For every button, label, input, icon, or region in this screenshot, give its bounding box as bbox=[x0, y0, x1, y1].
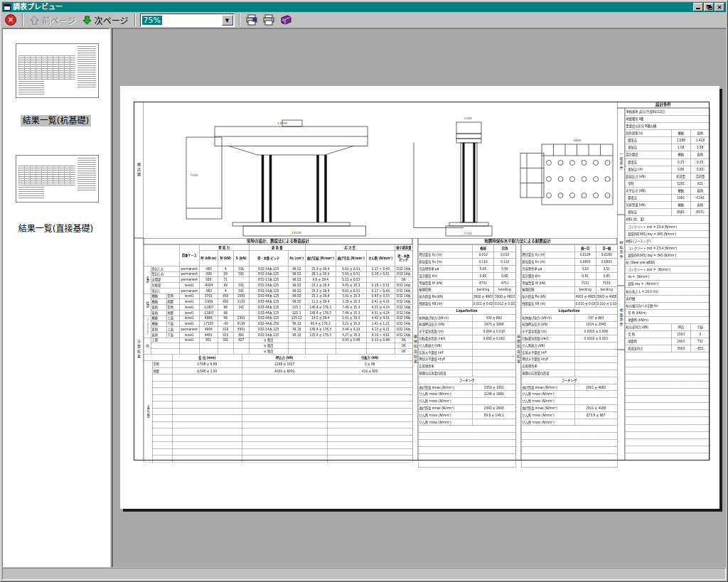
table-cell: 固有周期 (s) bbox=[625, 130, 671, 137]
table-cell: せん断 τmax (N/mm²) bbox=[521, 391, 574, 398]
table-cell: せん断 τmax (N/mm²) bbox=[521, 398, 574, 405]
main-table-title: 常時の設計、震度法による断面設計 bbox=[144, 238, 412, 244]
table-cell: 基礎の応答変位照査 bbox=[521, 370, 574, 377]
table-cell: 曲げ引張 (N/mm²) bbox=[336, 250, 366, 266]
table-cell: 591 bbox=[233, 266, 249, 271]
titlebar: 調表プレビュー × bbox=[2, 2, 726, 12]
sidebar-item-direct-foundation[interactable]: 結果一覧(直接基礎) bbox=[3, 222, 109, 234]
combobox-dropdown-button[interactable]: ▼ bbox=[222, 15, 233, 26]
table-cell: 873.8 ≦ 987 bbox=[574, 411, 617, 419]
table-cell: せん断 τmax (N/mm²) bbox=[418, 398, 472, 405]
table-cell: 49.18 bbox=[288, 327, 305, 333]
table-cell bbox=[172, 429, 242, 436]
table-cell bbox=[144, 354, 172, 361]
dim-label: 7150 bbox=[464, 232, 472, 235]
table-cell: 常 時 (kN/m) bbox=[625, 309, 710, 316]
table-cell bbox=[336, 343, 366, 349]
table-cell bbox=[242, 448, 327, 456]
check-table-title: 地震時保有水平耐力法による耐震設計 bbox=[418, 238, 617, 244]
table-cell: 直角 bbox=[690, 130, 710, 137]
table-cell: 0.41 ≦ 4.21 bbox=[366, 299, 395, 305]
table-cell: 橋軸 bbox=[151, 321, 166, 327]
table-cell bbox=[172, 435, 242, 442]
table-cell: 上限 bbox=[151, 338, 179, 343]
print-button[interactable] bbox=[262, 14, 276, 26]
statusbar: プリンタ:[¥¥RA266¥FX Able Model-PR ART4-ADV]… bbox=[2, 568, 726, 580]
minimize-button[interactable] bbox=[693, 3, 703, 11]
table-cell: 11.2 ≦ 29.4 bbox=[305, 299, 336, 305]
table-cell bbox=[172, 415, 242, 422]
table-cell: D32-44本 125 bbox=[249, 299, 288, 305]
table-cell: 残留変位 δR (m) bbox=[418, 301, 472, 308]
sidebar-item-pile-foundation[interactable]: 結果一覧(杭基礎) bbox=[3, 114, 109, 126]
table-cell: せん断 τmax (N/mm²) bbox=[521, 419, 574, 426]
table-cell: せん断耐力 (kN) bbox=[418, 342, 472, 349]
thumb-table-block bbox=[18, 81, 44, 95]
table-cell: 地盤種別 Ⅱ種 bbox=[625, 115, 710, 122]
dim-label: 2200 bbox=[464, 117, 472, 120]
next-page-button[interactable]: 次ページ bbox=[79, 14, 132, 27]
preview-area: 13900 7500 10500 bbox=[112, 28, 726, 567]
table-cell bbox=[574, 398, 617, 405]
table-cell: コンクリート σck = 23.4 (N/mm²) bbox=[625, 244, 710, 252]
table-cell: 橋軸 bbox=[472, 244, 494, 252]
table-cell bbox=[172, 421, 242, 429]
table-cell bbox=[625, 453, 710, 460]
close-preview-button[interactable]: × bbox=[5, 14, 16, 26]
table-cell: 1359 ≦ 1951 bbox=[472, 384, 515, 391]
table-cell: 曲げ照査 σmax (N/mm²) bbox=[521, 405, 574, 412]
table-cell: 1975 ≦ 2968 bbox=[472, 321, 515, 328]
table-cell bbox=[472, 363, 515, 370]
printer-setup-icon bbox=[245, 14, 258, 26]
table-cell bbox=[242, 408, 327, 415]
close-icon: × bbox=[717, 4, 722, 11]
table-cell: 49 bbox=[218, 316, 233, 321]
table-cell bbox=[521, 440, 617, 447]
table-cell: 583 bbox=[199, 277, 218, 283]
table-cell: 保耐法 khc bbox=[625, 166, 671, 173]
prev-page-button[interactable]: 前ページ bbox=[26, 14, 79, 27]
table-cell: 梁部 bbox=[144, 266, 151, 293]
table-cell: 0.83 bbox=[690, 166, 710, 173]
table-cell bbox=[574, 363, 617, 370]
table-cell: 0.25 bbox=[671, 158, 690, 166]
table-cell: 25.3 ≦ 29.4 bbox=[305, 266, 336, 271]
strip-results-label: 計算結果 bbox=[134, 238, 144, 460]
design-section-label: 一般条件 bbox=[617, 108, 625, 215]
table-cell: ≦ 限度 bbox=[249, 338, 288, 343]
table-cell: コンクリート σck = (N/mm²) bbox=[625, 266, 710, 274]
zoom-combobox[interactable]: 75% ▼ bbox=[140, 14, 235, 27]
table-cell: Liquefaction bbox=[418, 307, 515, 314]
table-cell: 125.1 bbox=[288, 310, 305, 316]
table-cell: 410 ≦ 800 bbox=[327, 367, 412, 374]
table-cell: -851 bbox=[690, 345, 710, 352]
table-cell: M (kN·m) bbox=[199, 250, 218, 266]
table-cell: 回転変位照査 (rad) bbox=[521, 335, 574, 343]
table-cell: 141 bbox=[233, 305, 249, 311]
table-cell: 水平反力 (kN) bbox=[625, 187, 671, 194]
table-cell bbox=[199, 343, 218, 349]
printer-setup-button[interactable] bbox=[245, 14, 259, 26]
help-book-button[interactable] bbox=[279, 14, 293, 26]
table-cell: -4494 bbox=[199, 283, 218, 289]
table-cell: 25.1 ≦ 29.4 bbox=[305, 293, 336, 299]
table-cell: D32 14本 bbox=[395, 283, 412, 289]
table-cell bbox=[472, 370, 515, 377]
table-cell: 8971 bbox=[690, 209, 710, 216]
table-cell: 7.46 ≦ 15.3 bbox=[336, 305, 366, 311]
thumbnail-direct-foundation[interactable] bbox=[16, 155, 99, 203]
thumbnail-pile-foundation[interactable] bbox=[16, 43, 99, 98]
table-cell bbox=[152, 394, 172, 402]
table-cell bbox=[418, 453, 515, 460]
table-cell: 橋軸 bbox=[671, 151, 690, 158]
table-cell: 保耐法 bbox=[625, 209, 671, 216]
table-cell bbox=[327, 415, 412, 422]
app-icon bbox=[4, 4, 11, 11]
restore-button[interactable] bbox=[704, 3, 714, 11]
window-title: 調表プレビュー bbox=[13, 3, 692, 11]
design-section-label bbox=[617, 350, 625, 460]
table-cell: 5.95 bbox=[472, 266, 494, 273]
table-cell: 許容塑性率 μa bbox=[521, 266, 574, 273]
close-button[interactable]: × bbox=[714, 3, 724, 11]
table-cell bbox=[218, 343, 233, 349]
